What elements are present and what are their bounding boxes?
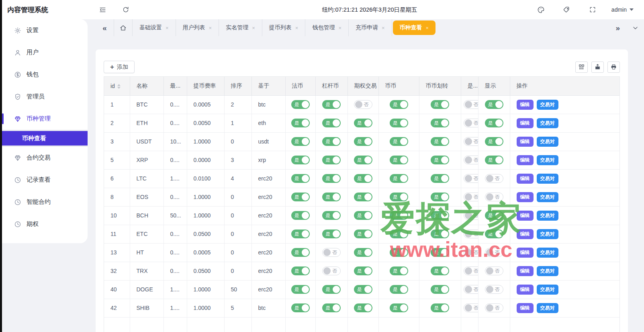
options-toggle[interactable]: 是: [354, 266, 372, 275]
fiat-toggle[interactable]: 是: [291, 100, 310, 109]
leverage-toggle[interactable]: 是: [322, 100, 341, 109]
display-toggle[interactable]: 是: [485, 119, 503, 127]
tab-close-icon[interactable]: ×: [295, 25, 298, 31]
extra-toggle[interactable]: 否: [464, 174, 478, 183]
fiat-toggle[interactable]: 是: [291, 119, 310, 127]
transfer-toggle[interactable]: 是: [431, 303, 449, 312]
extra-toggle[interactable]: 否: [464, 137, 478, 146]
options-toggle[interactable]: 是: [354, 119, 372, 127]
edit-button[interactable]: 编辑: [517, 248, 534, 258]
transfer-toggle[interactable]: 是: [431, 266, 449, 275]
options-toggle[interactable]: 是: [354, 248, 372, 257]
extra-toggle[interactable]: 否: [464, 230, 478, 238]
tab-wallet-management[interactable]: 钱包管理×: [305, 19, 349, 36]
transfer-toggle[interactable]: 是: [431, 230, 449, 238]
leverage-toggle[interactable]: 是: [322, 230, 341, 238]
tabs-scroll-left-icon[interactable]: «: [96, 19, 114, 36]
options-toggle[interactable]: 是: [354, 174, 372, 183]
leverage-toggle[interactable]: 是: [322, 285, 341, 294]
tab-deposit-request[interactable]: 充币申请×: [349, 19, 392, 36]
theme-palette-icon[interactable]: [534, 3, 548, 16]
tabs-scroll-right-icon[interactable]: »: [615, 24, 620, 32]
spot-toggle[interactable]: 是: [390, 266, 408, 275]
pairs-button[interactable]: 交易对: [537, 211, 558, 221]
leverage-toggle[interactable]: 是: [322, 193, 341, 201]
transfer-toggle[interactable]: 是: [431, 174, 449, 183]
display-toggle[interactable]: 是: [485, 100, 503, 109]
sidebar-item-settings[interactable]: 设置: [2, 19, 88, 41]
options-toggle[interactable]: 是: [354, 303, 372, 312]
spot-toggle[interactable]: 是: [390, 211, 408, 220]
display-toggle[interactable]: 否: [485, 285, 503, 294]
sidebar-item-users[interactable]: 用户: [2, 41, 88, 64]
options-toggle[interactable]: 是: [354, 285, 372, 294]
edit-button[interactable]: 编辑: [517, 266, 534, 276]
edit-button[interactable]: 编辑: [517, 118, 534, 128]
fiat-toggle[interactable]: 是: [291, 230, 310, 238]
display-toggle[interactable]: 否: [485, 193, 503, 201]
options-toggle[interactable]: 是: [354, 137, 372, 146]
spot-toggle[interactable]: 是: [390, 248, 408, 257]
tab-currency-view[interactable]: 币种查看×: [393, 20, 436, 35]
edit-button[interactable]: 编辑: [517, 211, 534, 221]
tab-user-list[interactable]: 用户列表×: [176, 19, 219, 36]
fiat-toggle[interactable]: 是: [291, 303, 310, 312]
fullscreen-icon[interactable]: [586, 3, 599, 16]
transfer-toggle[interactable]: 是: [431, 193, 449, 201]
fiat-toggle[interactable]: 是: [291, 266, 310, 275]
spot-toggle[interactable]: 是: [390, 303, 408, 312]
options-toggle[interactable]: 是: [354, 156, 372, 164]
display-toggle[interactable]: 是: [485, 230, 503, 238]
display-toggle[interactable]: 是: [485, 156, 503, 164]
leverage-toggle[interactable]: 否: [322, 266, 341, 275]
edit-button[interactable]: 编辑: [517, 192, 534, 202]
tab-withdraw-list[interactable]: 提币列表×: [262, 19, 306, 36]
fiat-toggle[interactable]: 是: [291, 285, 310, 294]
edit-button[interactable]: 编辑: [517, 285, 534, 295]
tab-close-icon[interactable]: ×: [209, 25, 212, 31]
pairs-button[interactable]: 交易对: [537, 192, 558, 202]
leverage-toggle[interactable]: 是: [322, 137, 341, 146]
extra-toggle[interactable]: 否: [464, 156, 478, 164]
pairs-button[interactable]: 交易对: [537, 100, 558, 110]
tab-close-icon[interactable]: ×: [338, 25, 341, 31]
spot-toggle[interactable]: 是: [390, 174, 408, 183]
edit-button[interactable]: 编辑: [517, 229, 534, 239]
extra-toggle[interactable]: 否: [464, 100, 478, 109]
home-tab-icon[interactable]: [114, 19, 133, 36]
pairs-button[interactable]: 交易对: [537, 137, 558, 147]
edit-button[interactable]: 编辑: [517, 155, 534, 165]
extra-toggle[interactable]: 否: [464, 303, 478, 312]
sidebar-item-smart-contract[interactable]: 智能合约: [2, 191, 88, 213]
transfer-toggle[interactable]: 是: [431, 156, 449, 164]
collapse-sidebar-icon[interactable]: [96, 3, 109, 16]
tab-realname-management[interactable]: 实名管理×: [219, 19, 262, 36]
display-toggle[interactable]: 否: [485, 174, 503, 183]
transfer-toggle[interactable]: 是: [431, 285, 449, 294]
pairs-button[interactable]: 交易对: [537, 229, 558, 239]
fiat-toggle[interactable]: 是: [291, 193, 310, 201]
pairs-button[interactable]: 交易对: [537, 303, 558, 313]
extra-toggle[interactable]: 否: [464, 248, 478, 257]
edit-button[interactable]: 编辑: [517, 137, 534, 147]
refresh-icon[interactable]: [119, 3, 133, 16]
options-toggle[interactable]: 是: [354, 193, 372, 201]
extra-toggle[interactable]: 否: [464, 193, 478, 201]
leverage-toggle[interactable]: 是: [322, 303, 341, 312]
pairs-button[interactable]: 交易对: [537, 285, 558, 295]
sidebar-item-currency-view[interactable]: 币种查看: [2, 131, 88, 146]
pairs-button[interactable]: 交易对: [537, 155, 558, 165]
fiat-toggle[interactable]: 是: [291, 137, 310, 146]
tab-close-icon[interactable]: ×: [252, 25, 255, 31]
column-settings-icon[interactable]: [575, 61, 588, 73]
transfer-toggle[interactable]: 是: [431, 248, 449, 257]
leverage-toggle[interactable]: 否: [322, 248, 341, 257]
display-toggle[interactable]: 是: [485, 137, 503, 146]
transfer-toggle[interactable]: 是: [431, 137, 449, 146]
fiat-toggle[interactable]: 是: [291, 174, 310, 183]
tabs-menu-icon[interactable]: [632, 25, 639, 31]
fiat-toggle[interactable]: 是: [291, 211, 310, 220]
tab-close-icon[interactable]: ×: [382, 25, 385, 31]
sidebar-item-admins[interactable]: 管理员: [2, 86, 88, 108]
sidebar-item-wallet[interactable]: 钱包: [2, 64, 88, 86]
